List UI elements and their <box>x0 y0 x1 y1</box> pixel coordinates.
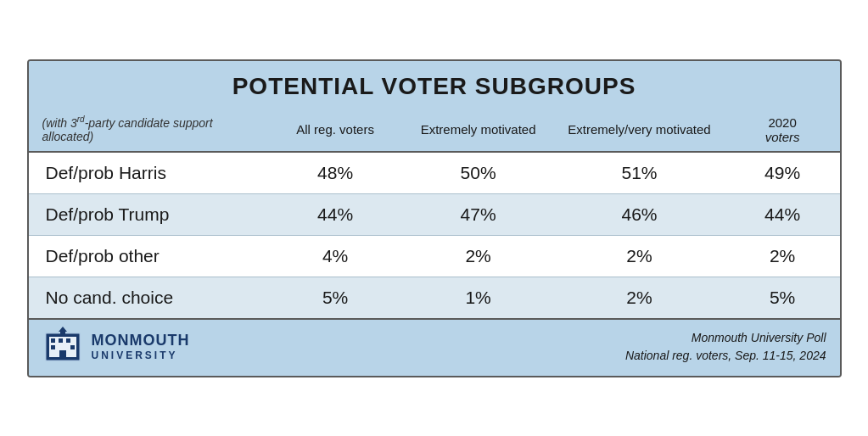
row-0-col3: 51% <box>553 152 725 194</box>
svg-rect-4 <box>51 338 55 343</box>
row-1-col1: 44% <box>267 193 402 235</box>
svg-rect-5 <box>59 338 63 343</box>
row-2-col1: 4% <box>267 235 402 277</box>
row-label-2: Def/prob other <box>29 235 268 277</box>
header-col2: Extremely motivated <box>403 109 554 152</box>
card-title: POTENTIAL VOTER SUBGROUPS <box>29 61 840 109</box>
row-2-col3: 2% <box>553 235 725 277</box>
citation-line1: Monmouth University Poll <box>692 331 826 344</box>
row-0-col4: 49% <box>725 152 840 194</box>
header-col4: 2020 voters <box>725 109 840 152</box>
row-label-0: Def/prob Harris <box>29 152 268 194</box>
table-row: Def/prob Harris48%50%51%49% <box>29 152 840 194</box>
row-3-col3: 2% <box>553 277 725 319</box>
row-label-3: No cand. choice <box>29 277 268 319</box>
table-row: Def/prob Trump44%47%46%44% <box>29 193 840 235</box>
table-row: Def/prob other4%2%2%2% <box>29 235 840 277</box>
row-3-col4: 5% <box>725 277 840 319</box>
logo-monmouth: MONMOUTH <box>92 332 190 349</box>
footer-citation: Monmouth University Poll National reg. v… <box>625 329 826 365</box>
logo-university: UNIVERSITY <box>92 349 190 361</box>
row-3-col1: 5% <box>267 277 402 319</box>
footer: MONMOUTH UNIVERSITY Monmouth University … <box>29 320 840 376</box>
header-col1: All reg. voters <box>267 109 402 152</box>
row-label-1: Def/prob Trump <box>29 193 268 235</box>
row-1-col4: 44% <box>725 193 840 235</box>
card: POTENTIAL VOTER SUBGROUPS (with 3rd-part… <box>27 59 842 377</box>
svg-rect-6 <box>66 338 70 343</box>
svg-rect-3 <box>59 350 66 357</box>
data-table: (with 3rd-party candidate support alloca… <box>29 109 840 320</box>
table-row: No cand. choice5%1%2%5% <box>29 277 840 319</box>
citation-line2: National reg. voters, Sep. 11-15, 2024 <box>625 349 826 362</box>
row-2-col2: 2% <box>403 235 554 277</box>
svg-rect-7 <box>51 345 55 349</box>
row-1-col3: 46% <box>553 193 725 235</box>
monmouth-logo-icon <box>42 327 83 367</box>
svg-marker-10 <box>59 327 67 332</box>
header-col3: Extremely/very motivated <box>553 109 725 152</box>
row-0-col2: 50% <box>403 152 554 194</box>
row-1-col2: 47% <box>403 193 554 235</box>
row-0-col1: 48% <box>267 152 402 194</box>
row-3-col2: 1% <box>403 277 554 319</box>
logo-text: MONMOUTH UNIVERSITY <box>92 332 190 361</box>
row-2-col4: 2% <box>725 235 840 277</box>
svg-rect-8 <box>70 345 75 349</box>
header-subheading: (with 3rd-party candidate support alloca… <box>29 109 268 152</box>
footer-logo: MONMOUTH UNIVERSITY <box>42 327 190 367</box>
